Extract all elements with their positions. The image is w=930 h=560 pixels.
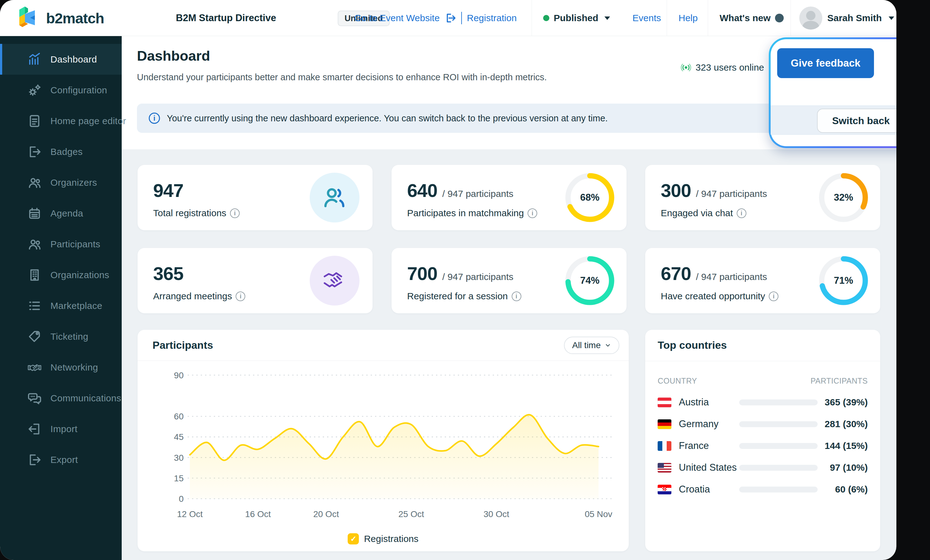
export-icon <box>28 453 42 467</box>
table-row: Croatia 60 (6%) <box>657 478 868 500</box>
stat-value: 947 <box>153 180 183 201</box>
sidebar-item-agenda[interactable]: Agenda <box>0 198 122 229</box>
svg-text:15: 15 <box>174 474 184 483</box>
participants-chart-card: Participants All time 0153045609012 Oct1… <box>137 330 629 551</box>
column-participants: PARTICIPANTS <box>810 377 868 385</box>
handshake-icon <box>28 360 42 375</box>
sidebar-item-home-page-editor[interactable]: Home page editor <box>0 105 122 136</box>
donut-chart: 71% <box>819 256 868 306</box>
stat-label: Engaged via chat <box>661 208 733 218</box>
sidebar-item-ticketing[interactable]: Ticketing <box>0 321 122 352</box>
divider <box>667 0 667 36</box>
user-menu[interactable]: Sarah Smith <box>799 0 894 36</box>
austria-flag-icon <box>657 398 671 407</box>
donut-chart: 68% <box>565 173 615 222</box>
svg-text:30 Oct: 30 Oct <box>483 509 510 519</box>
sidebar-item-label: Import <box>51 424 77 434</box>
badge-arrow-icon <box>28 145 42 159</box>
publish-status-dropdown[interactable]: Published <box>543 0 610 36</box>
people-icon <box>310 173 359 222</box>
handshake-icon <box>310 256 359 306</box>
help-link[interactable]: Help <box>679 0 698 36</box>
sidebar-item-organizers[interactable]: Organizers <box>0 167 122 198</box>
published-label: Published <box>554 13 598 23</box>
events-link[interactable]: Events <box>633 0 661 36</box>
brand-wordmark: b2match <box>46 0 104 36</box>
table-row: United States 97 (10%) <box>657 457 868 478</box>
divider <box>708 0 708 36</box>
registrations-line-chart: 0153045609012 Oct16 Oct20 Oct25 Oct30 Oc… <box>137 361 629 529</box>
chart-legend[interactable]: ✓ Registrations <box>137 533 629 545</box>
chevron-down-icon <box>604 17 610 20</box>
donut-percentage: 32% <box>819 173 868 222</box>
switch-back-button[interactable]: Switch back <box>817 109 896 133</box>
stat-card-engaged-via-chat: 300/ 947 participants Engaged via chati … <box>645 165 880 230</box>
import-icon <box>28 422 42 436</box>
users-online: 323 users online <box>680 62 764 74</box>
sidebar-item-export[interactable]: Export <box>0 444 122 475</box>
people-icon <box>28 175 42 190</box>
sidebar-item-marketplace[interactable]: Marketplace <box>0 290 122 321</box>
divider <box>531 0 532 36</box>
top-countries-title: Top countries <box>657 339 727 351</box>
stat-card-matchmaking: 640/ 947 participants Participates in ma… <box>391 165 627 230</box>
stat-denominator: / 947 participants <box>696 272 767 282</box>
info-icon[interactable]: i <box>737 208 746 218</box>
svg-text:60: 60 <box>174 412 184 421</box>
info-icon[interactable]: i <box>230 208 240 218</box>
info-icon[interactable]: i <box>528 208 537 218</box>
progress-bar <box>739 486 818 492</box>
user-name: Sarah Smith <box>827 13 882 23</box>
published-dot-icon <box>543 15 549 21</box>
stat-card-created-opportunity: 670/ 947 participants Have created oppor… <box>645 248 880 313</box>
sidebar-item-participants[interactable]: Participants <box>0 229 122 260</box>
sidebar-item-configuration[interactable]: Configuration <box>0 75 122 105</box>
info-icon[interactable]: i <box>769 292 778 301</box>
info-icon[interactable]: i <box>236 292 245 301</box>
stat-label: Total registrations <box>153 208 226 218</box>
sidebar-item-organizations[interactable]: Organizations <box>0 260 122 290</box>
column-country: COUNTRY <box>657 377 697 385</box>
sidebar-item-label: Dashboard <box>51 54 97 65</box>
stat-card-arranged-meetings: 365 Arranged meetingsi <box>137 248 373 313</box>
notification-dot-icon <box>775 14 784 22</box>
sidebar-item-label: Marketplace <box>51 300 102 311</box>
table-row: Germany 281 (30%) <box>657 413 868 435</box>
stat-card-total-registrations: 947 Total registrationsi <box>137 165 373 230</box>
progress-bar <box>739 443 818 449</box>
donut-percentage: 74% <box>565 256 615 306</box>
sidebar-item-label: Ticketing <box>51 331 88 342</box>
donut-chart: 74% <box>565 256 615 306</box>
sidebar: Dashboard Configuration Home page editor… <box>0 36 122 560</box>
registration-link[interactable]: Registration <box>461 12 517 24</box>
whats-new-button[interactable]: What's new <box>720 0 784 36</box>
info-icon[interactable]: i <box>512 292 521 301</box>
go-to-event-website-link[interactable]: Go to Event Website <box>354 0 440 36</box>
france-flag-icon <box>657 441 671 451</box>
country-name: United States <box>679 462 737 473</box>
progress-bar <box>739 421 818 427</box>
checkbox-checked-icon[interactable]: ✓ <box>348 533 359 545</box>
time-range-dropdown[interactable]: All time <box>564 337 619 354</box>
table-row: Austria 365 (39%) <box>657 391 868 413</box>
donut-chart: 32% <box>819 173 868 222</box>
people-icon <box>28 237 42 251</box>
avatar <box>799 6 822 29</box>
building-icon <box>28 268 42 282</box>
sidebar-item-label: Organizations <box>51 270 109 280</box>
kebab-menu-icon[interactable] <box>895 51 896 76</box>
country-name: Austria <box>679 397 709 408</box>
sidebar-item-import[interactable]: Import <box>0 414 122 444</box>
stat-label: Participates in matchmaking <box>407 208 524 218</box>
sidebar-item-label: Export <box>51 455 78 465</box>
give-feedback-button[interactable]: Give feedback <box>777 48 874 78</box>
calendar-icon <box>28 206 42 221</box>
sidebar-item-dashboard[interactable]: Dashboard <box>0 44 122 75</box>
sidebar-item-badges[interactable]: Badges <box>0 136 122 167</box>
sidebar-item-label: Configuration <box>51 85 107 95</box>
card-header: Participants All time <box>137 330 629 361</box>
sidebar-item-networking[interactable]: Networking <box>0 352 122 383</box>
germany-flag-icon <box>657 419 671 429</box>
sidebar-item-communications[interactable]: Communications <box>0 383 122 414</box>
sidebar-item-label: Home page editor <box>51 116 126 126</box>
